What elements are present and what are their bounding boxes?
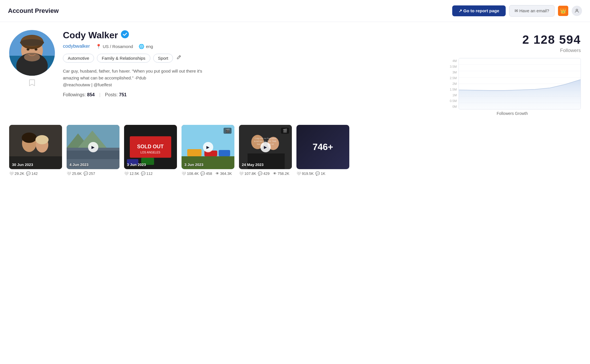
- chart-area: [459, 58, 581, 109]
- posts-value: 751: [119, 92, 127, 97]
- post-views-4: 👁364.3K: [216, 171, 232, 176]
- post-meta-more: 🤍919.5K 💬1K: [296, 171, 349, 176]
- tag-family-relationships[interactable]: Family & Relationships: [97, 54, 150, 63]
- post-thumb-1[interactable]: 30 Jun 2023: [9, 125, 62, 169]
- followers-count: 2 128 594: [518, 33, 581, 47]
- svg-text:SOLD OUT: SOLD OUT: [137, 144, 164, 149]
- post-thumb-more[interactable]: 746+: [296, 125, 349, 169]
- followers-label: Followers: [518, 48, 581, 53]
- user-icon-button[interactable]: [572, 6, 582, 16]
- post-likes-5: 🤍107.8K: [239, 171, 256, 176]
- play-button-4[interactable]: ▶: [203, 142, 213, 152]
- edit-tags-icon[interactable]: [176, 55, 182, 62]
- svg-point-26: [35, 135, 49, 144]
- profile-info: Cody Walker codybwalker 📍 US / Rosamond …: [63, 30, 436, 116]
- post-likes-1: 🤍29.2K: [9, 171, 24, 176]
- header: Account Preview ↗ Go to report page ✉ Ha…: [0, 0, 590, 22]
- post-meta-4: 🤍108.4K 💬458 👁364.3K: [182, 171, 234, 176]
- chart-section: 4M3.5M3M2.5M2M1.5M1M0.5M0M: [444, 58, 581, 116]
- go-to-report-button[interactable]: ↗ Go to report page: [452, 5, 506, 16]
- post-date-5: 24 May 2023: [242, 163, 264, 167]
- stats-divider: |: [99, 92, 100, 97]
- svg-text:Cody told me Paul used: Cody told me Paul used: [255, 137, 276, 140]
- followings-value: 854: [87, 92, 95, 97]
- svg-point-12: [121, 30, 129, 38]
- post-comments-3: 💬112: [141, 171, 153, 176]
- posts-section: 30 Jun 2023 🤍29.2K 💬142: [9, 125, 581, 178]
- tag-automotive[interactable]: Automotive: [63, 54, 94, 63]
- svg-rect-44: [219, 150, 230, 156]
- post-likes-more: 🤍919.5K: [296, 171, 314, 176]
- profile-name: Cody Walker: [63, 30, 118, 41]
- post-likes-2: 🤍25.6K: [67, 171, 82, 176]
- svg-rect-42: [187, 149, 202, 156]
- main-content: Cody Walker codybwalker 📍 US / Rosamond …: [0, 22, 590, 186]
- svg-point-0: [576, 9, 578, 11]
- posts-label: Posts: 751: [105, 92, 127, 97]
- post-card-5: Cody told me Paul used to tell him ALL T…: [239, 125, 292, 176]
- post-comments-5: 💬429: [258, 171, 270, 176]
- post-meta-1: 🤍29.2K 💬142: [9, 171, 62, 176]
- svg-point-10: [24, 53, 40, 61]
- post-comments-2: 💬257: [83, 171, 95, 176]
- globe-icon: 🌐: [139, 44, 144, 49]
- have-email-button[interactable]: ✉ Have an email?: [509, 5, 555, 17]
- post-date-2: 4 Jun 2023: [69, 163, 89, 167]
- post-thumb-4[interactable]: ▶ 🎬 3 Jun 2023: [182, 125, 234, 169]
- post-meta-3: 🤍12.5K 💬112: [124, 171, 177, 176]
- profile-section: Cody Walker codybwalker 📍 US / Rosamond …: [9, 30, 581, 116]
- posts-grid: 30 Jun 2023 🤍29.2K 💬142: [9, 125, 581, 178]
- svg-point-11: [20, 39, 44, 46]
- location-icon: 📍: [96, 44, 101, 49]
- post-card-3: SOLD OUT LOS ANGELES 3 Jun 2023 🤍12.5K: [124, 125, 177, 176]
- post-card-1: 30 Jun 2023 🤍29.2K 💬142: [9, 125, 62, 176]
- tag-sport[interactable]: Sport: [153, 54, 173, 63]
- bio-text: Car guy, husband, father, fun haver. "Wh…: [63, 68, 206, 88]
- post-comments-more: 💬1K: [315, 171, 325, 176]
- language-item: 🌐 eng: [139, 44, 153, 49]
- profile-right: 2 128 594 Followers 4M3.5M3M2.5M2M1.5M1M…: [444, 30, 581, 116]
- page-title: Account Preview: [8, 7, 59, 15]
- video-icon-5: 🎬: [281, 128, 289, 134]
- svg-point-8: [27, 48, 29, 51]
- avatar: [9, 30, 55, 76]
- post-likes-3: 🤍12.5K: [124, 171, 139, 176]
- header-actions: ↗ Go to report page ✉ Have an email? 👑: [452, 5, 582, 17]
- chart-title: Followers Growth: [444, 111, 581, 116]
- bookmark-icon[interactable]: [29, 79, 35, 88]
- video-icon-4: 🎬: [224, 128, 232, 134]
- play-button-2[interactable]: ▶: [88, 142, 98, 152]
- name-row: Cody Walker: [63, 30, 436, 41]
- post-card-4: ▶ 🎬 3 Jun 2023 🤍108.4K 💬458 👁364.3K: [182, 125, 234, 176]
- followings-label: Followings: 854: [63, 92, 95, 97]
- location-item: 📍 US / Rosamond: [96, 44, 133, 49]
- verified-badge: [121, 30, 129, 40]
- post-card-2: ▶ 4 Jun 2023 🤍25.6K 💬257: [67, 125, 119, 176]
- stats-row: Followings: 854 | Posts: 751: [63, 92, 436, 97]
- play-button-5[interactable]: ▶: [260, 142, 271, 152]
- post-likes-4: 🤍108.4K: [182, 171, 199, 176]
- post-comments-1: 💬142: [26, 171, 38, 176]
- svg-text:LOS ANGELES: LOS ANGELES: [140, 151, 160, 154]
- followers-column: 2 128 594 Followers: [518, 30, 581, 53]
- crown-icon[interactable]: 👑: [558, 6, 568, 16]
- post-date-4: 3 Jun 2023: [184, 163, 204, 167]
- post-thumb-2[interactable]: ▶ 4 Jun 2023: [67, 125, 119, 169]
- post-meta-2: 🤍25.6K 💬257: [67, 171, 119, 176]
- tags-row: Automotive Family & Relationships Sport: [63, 54, 436, 63]
- post-views-5: 👁758.2K: [273, 171, 289, 176]
- post-thumb-3[interactable]: SOLD OUT LOS ANGELES 3 Jun 2023: [124, 125, 177, 169]
- username[interactable]: codybwalker: [63, 43, 90, 49]
- post-meta-5: 🤍107.8K 💬429 👁758.2K: [239, 171, 292, 176]
- post-date-3: 3 Jun 2023: [127, 163, 146, 167]
- avatar-column: [9, 30, 55, 116]
- post-date-1: 30 Jun 2023: [12, 163, 33, 167]
- more-count: 746+: [312, 142, 333, 152]
- svg-point-9: [35, 48, 37, 51]
- chart-y-labels: 4M3.5M3M2.5M2M1.5M1M0.5M0M: [444, 58, 459, 109]
- meta-row: codybwalker 📍 US / Rosamond 🌐 eng: [63, 43, 436, 49]
- post-thumb-5[interactable]: Cody told me Paul used to tell him ALL T…: [239, 125, 292, 169]
- svg-point-24: [22, 133, 37, 143]
- post-comments-4: 💬458: [200, 171, 212, 176]
- post-card-more: 746+ 🤍919.5K 💬1K: [296, 125, 349, 176]
